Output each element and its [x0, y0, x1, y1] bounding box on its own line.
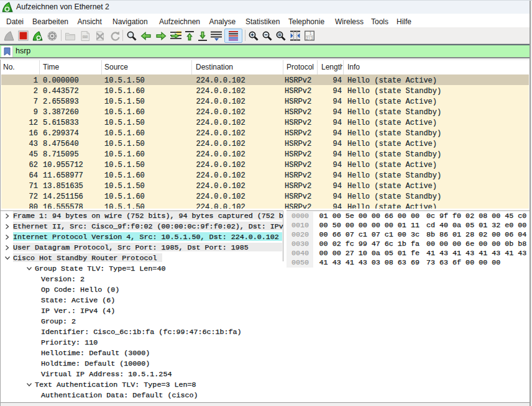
svg-text:010: 010 — [83, 35, 88, 38]
svg-text:2: 2 — [306, 36, 308, 40]
svg-text:1: 1 — [310, 31, 312, 35]
svg-text:3: 3 — [311, 36, 313, 40]
